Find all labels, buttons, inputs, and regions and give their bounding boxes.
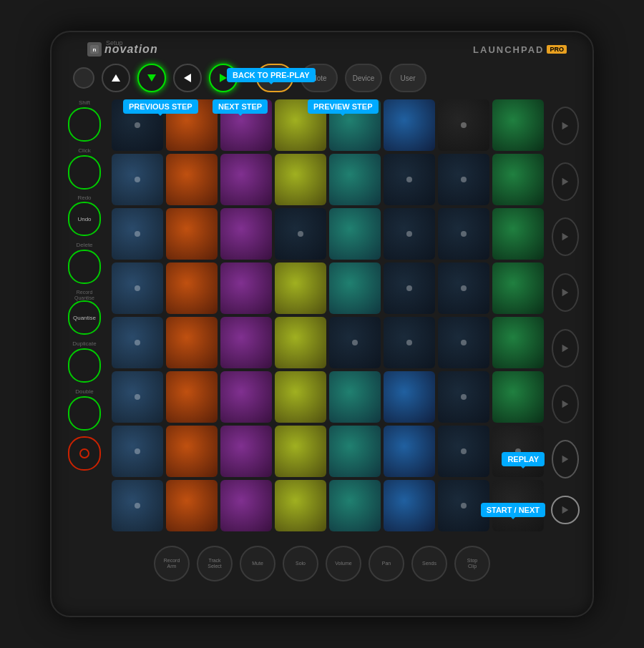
- pad-6-5[interactable]: [329, 371, 381, 423]
- pad-4-5[interactable]: [329, 262, 381, 314]
- pad-7-8[interactable]: [492, 426, 544, 477]
- pad-4-8[interactable]: [492, 262, 544, 314]
- solo-button[interactable]: Solo: [283, 546, 318, 581]
- pad-5-8[interactable]: [492, 317, 544, 368]
- nav-left-button[interactable]: [173, 64, 202, 92]
- pad-3-3[interactable]: [220, 208, 272, 260]
- right-btn-2[interactable]: [552, 162, 579, 201]
- quantise-button[interactable]: Quantise: [68, 300, 101, 335]
- start-next-button[interactable]: [551, 496, 580, 524]
- pad-2-1[interactable]: [112, 154, 163, 205]
- pad-6-2[interactable]: [166, 371, 218, 423]
- pad-3-1[interactable]: [112, 208, 163, 260]
- right-btn-1[interactable]: [552, 107, 579, 145]
- pad-3-5[interactable]: [329, 208, 381, 260]
- pad-6-7[interactable]: [438, 371, 489, 423]
- record-button[interactable]: [68, 436, 101, 471]
- pad-4-7[interactable]: [438, 262, 489, 314]
- pad-5-4[interactable]: [275, 317, 326, 368]
- pad-2-6[interactable]: [384, 154, 435, 205]
- pad-5-5[interactable]: [329, 317, 381, 368]
- pad-7-7[interactable]: [438, 426, 489, 477]
- pad-2-4[interactable]: [275, 154, 326, 205]
- pad-8-5[interactable]: [329, 480, 381, 531]
- record-arm-button[interactable]: RecordArm: [154, 546, 190, 581]
- session-mode-button[interactable]: Session: [256, 64, 293, 92]
- volume-button[interactable]: Volume: [326, 546, 361, 581]
- pad-2-8[interactable]: [492, 154, 544, 205]
- pad-6-3[interactable]: [220, 371, 272, 423]
- pad-3-4[interactable]: [275, 208, 326, 260]
- pad-1-2[interactable]: [166, 99, 218, 151]
- right-btn-6[interactable]: [552, 385, 579, 423]
- pad-7-4[interactable]: [275, 426, 326, 477]
- pad-8-6[interactable]: [384, 480, 435, 531]
- stop-clip-button[interactable]: StopClip: [454, 546, 490, 581]
- pad-1-1[interactable]: [112, 99, 163, 151]
- pad-4-3[interactable]: [220, 262, 272, 314]
- device-mode-button[interactable]: Device: [345, 64, 382, 92]
- svg-marker-11: [562, 400, 569, 408]
- pad-6-1[interactable]: [112, 371, 163, 423]
- track-select-button[interactable]: TrackSelect: [197, 546, 233, 581]
- pad-8-7[interactable]: [438, 480, 489, 531]
- pad-3-6[interactable]: [384, 208, 435, 260]
- pad-1-6[interactable]: [384, 99, 435, 151]
- pad-1-8[interactable]: [492, 99, 544, 151]
- pad-2-5[interactable]: [329, 154, 381, 205]
- duplicate-button[interactable]: [68, 348, 101, 383]
- pad-7-3[interactable]: [220, 426, 272, 477]
- pad-4-4[interactable]: [275, 262, 326, 314]
- pad-7-5[interactable]: [329, 426, 381, 477]
- pad-8-8[interactable]: [492, 480, 544, 531]
- mute-button[interactable]: Mute: [240, 546, 275, 581]
- pad-4-1[interactable]: [112, 262, 163, 314]
- click-button[interactable]: [68, 155, 101, 190]
- sends-button[interactable]: Sends: [411, 546, 447, 581]
- pad-7-6[interactable]: [384, 426, 435, 477]
- setup-button[interactable]: [73, 67, 94, 89]
- pad-7-1[interactable]: [112, 426, 163, 477]
- delete-button[interactable]: [68, 250, 101, 284]
- pad-5-2[interactable]: [166, 317, 218, 368]
- pad-5-6[interactable]: [384, 317, 435, 368]
- pad-2-7[interactable]: [438, 154, 489, 205]
- shift-button[interactable]: [68, 107, 101, 142]
- pad-8-3[interactable]: [220, 480, 272, 531]
- product-name-area: LAUNCHPAD PRO: [473, 44, 567, 55]
- pad-4-2[interactable]: [166, 262, 218, 314]
- pad-8-4[interactable]: [275, 480, 326, 531]
- pad-2-3[interactable]: [220, 154, 272, 205]
- right-btn-3[interactable]: [552, 217, 579, 256]
- pad-5-1[interactable]: [112, 317, 163, 368]
- double-button[interactable]: [68, 396, 101, 431]
- undo-button[interactable]: Undo: [68, 202, 101, 236]
- right-btn-5[interactable]: [552, 329, 579, 368]
- pad-8-2[interactable]: [166, 480, 218, 531]
- right-btn-4[interactable]: [552, 273, 579, 312]
- pan-button[interactable]: Pan: [369, 546, 404, 581]
- pad-2-2[interactable]: [166, 154, 218, 205]
- pad-6-8[interactable]: [492, 371, 544, 423]
- pad-8-1[interactable]: [112, 480, 163, 531]
- pad-3-2[interactable]: [166, 208, 218, 260]
- user-mode-button[interactable]: User: [389, 64, 426, 92]
- pad-5-7[interactable]: [438, 317, 489, 368]
- nav-right-button[interactable]: [209, 64, 238, 92]
- pad-5-3[interactable]: [220, 317, 272, 368]
- pad-6-4[interactable]: [275, 371, 326, 423]
- pad-1-4[interactable]: [275, 99, 326, 151]
- pad-3-7[interactable]: [438, 208, 489, 260]
- pad-3-8[interactable]: [492, 208, 544, 260]
- replay-button[interactable]: [552, 440, 579, 478]
- pad-1-7[interactable]: [438, 99, 489, 151]
- volume-label: Volume: [335, 561, 351, 566]
- nav-down-button[interactable]: [137, 64, 166, 92]
- pad-4-6[interactable]: [384, 262, 435, 314]
- note-mode-button[interactable]: Note: [301, 64, 338, 92]
- pad-1-3[interactable]: [220, 99, 272, 151]
- nav-up-button[interactable]: [102, 64, 130, 92]
- pad-7-2[interactable]: [166, 426, 218, 477]
- pad-6-6[interactable]: [384, 371, 435, 423]
- pad-1-5[interactable]: [329, 99, 381, 151]
